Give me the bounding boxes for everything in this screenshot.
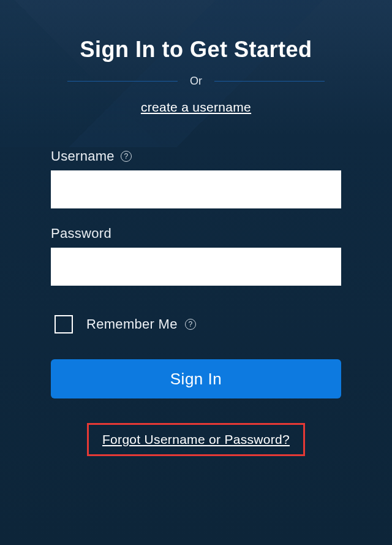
password-label: Password — [51, 226, 111, 242]
remember-me-label: Remember Me — [86, 316, 178, 332]
username-input[interactable] — [51, 170, 341, 208]
forgot-wrapper: Forgot Username or Password? — [51, 423, 341, 456]
signin-form: Username ? Password Remember Me ? Sign I… — [51, 148, 341, 456]
password-input[interactable] — [51, 248, 341, 286]
password-field-group: Password — [51, 226, 341, 286]
divider: Or — [67, 75, 325, 88]
remember-me-checkbox[interactable] — [55, 315, 73, 333]
create-username-link[interactable]: create a username — [141, 100, 251, 115]
divider-line-right — [214, 81, 325, 82]
forgot-password-link[interactable]: Forgot Username or Password? — [102, 432, 290, 446]
divider-line-left — [67, 81, 178, 82]
username-field-group: Username ? — [51, 148, 341, 208]
help-icon[interactable]: ? — [185, 319, 196, 330]
page-title: Sign In to Get Started — [80, 37, 312, 63]
signin-button[interactable]: Sign In — [51, 359, 341, 398]
remember-me-row: Remember Me ? — [51, 315, 341, 333]
highlight-box: Forgot Username or Password? — [87, 423, 305, 456]
divider-text: Or — [190, 75, 202, 88]
username-label: Username — [51, 148, 115, 164]
help-icon[interactable]: ? — [121, 151, 132, 162]
